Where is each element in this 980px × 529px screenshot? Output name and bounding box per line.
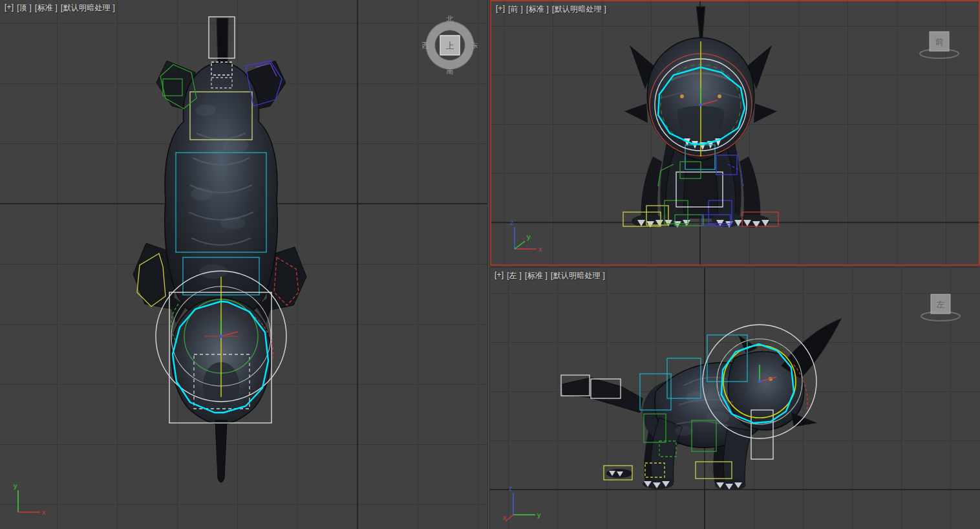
axis-z-label: z (509, 484, 513, 492)
scene-front-view[interactable] (491, 1, 979, 264)
view-name-button[interactable]: [前 ] (508, 4, 523, 15)
viewport-left-view[interactable]: [+] [左 ] [标准 ] [默认明暗处理 ] 左 z y x (490, 268, 980, 529)
axis-y-label: y (537, 511, 541, 519)
scene-top-view[interactable] (0, 0, 487, 529)
viewcube-north-label[interactable]: 北 (446, 15, 454, 23)
viewcube-west-label[interactable]: 西 (422, 41, 429, 49)
shading-mode-button[interactable]: [默认明暗处理 ] (61, 3, 115, 14)
viewport-label-top: [+] [顶 ] [标准 ] [默认明暗处理 ] (5, 3, 115, 14)
axis-tripod-front-view: z x y (503, 218, 544, 259)
viewport-front-view[interactable]: [+] [前 ] [标准 ] [默认明暗处理 ] 前 z x y (490, 0, 980, 266)
viewcube-top-face-label[interactable]: 上 (446, 41, 454, 50)
view-name-button[interactable]: [左 ] (507, 270, 522, 281)
creature-mesh-left[interactable] (562, 318, 842, 490)
view-name-button[interactable]: [顶 ] (17, 3, 32, 14)
shading-mode-button[interactable]: [默认明暗处理 ] (552, 4, 606, 15)
viewport-top-view[interactable]: [+] [顶 ] [标准 ] [默认明暗处理 ] 上 北 西 东 南 y x (0, 0, 487, 529)
axis-x-label: x (538, 245, 542, 253)
viewcube-mini-front-label[interactable]: 前 (935, 37, 944, 47)
axis-tripod-left-view: z y x (502, 484, 543, 525)
renderer-button[interactable]: [标准 ] (526, 4, 549, 15)
viewcube-mini-left-label[interactable]: 左 (937, 299, 945, 309)
viewcube-south-label[interactable]: 南 (447, 67, 454, 75)
axis-z-label: z (510, 219, 514, 226)
axis-y-label: y (14, 482, 17, 490)
viewport-menu-button[interactable]: [+] (5, 3, 14, 14)
scene-left-view[interactable] (490, 268, 980, 529)
axis-x-label: x (503, 513, 507, 521)
viewcube-mini-front[interactable]: 前 (917, 23, 962, 61)
viewport-label-left: [+] [左 ] [标准 ] [默认明暗处理 ] (495, 270, 605, 281)
renderer-button[interactable]: [标准 ] (35, 3, 58, 14)
viewport-label-front: [+] [前 ] [标准 ] [默认明暗处理 ] (496, 4, 606, 15)
renderer-button[interactable]: [标准 ] (525, 270, 548, 281)
shading-mode-button[interactable]: [默认明暗处理 ] (551, 270, 605, 281)
axis-y-label: y (527, 233, 531, 241)
viewcube[interactable]: 上 北 西 东 南 (419, 13, 481, 75)
viewport-menu-button[interactable]: [+] (496, 4, 505, 15)
viewport-menu-button[interactable]: [+] (495, 270, 504, 281)
axis-x-label: x (42, 508, 46, 516)
axis-tripod-top-view: y x (6, 481, 48, 523)
viewcube-mini-left[interactable]: 左 (918, 286, 963, 323)
viewcube-east-label[interactable]: 东 (471, 41, 478, 49)
